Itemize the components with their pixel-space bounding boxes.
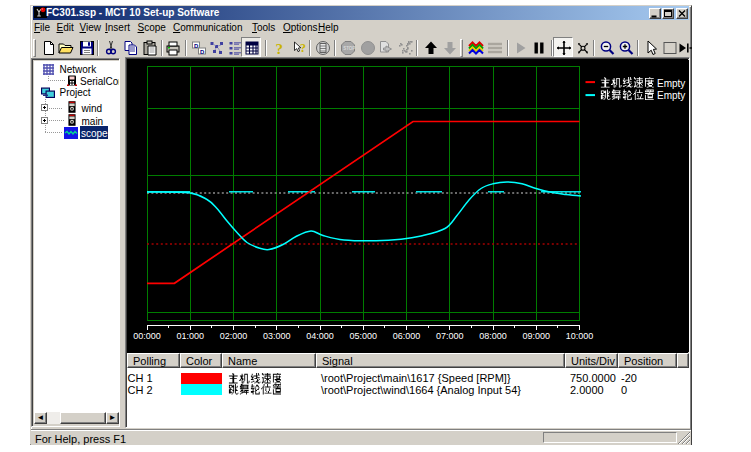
svg-text:STOP: STOP xyxy=(343,46,355,51)
svg-text:02:000: 02:000 xyxy=(220,331,248,341)
svg-text:05:000: 05:000 xyxy=(349,331,377,341)
svg-text:00:000: 00:000 xyxy=(133,331,161,341)
svg-text:09:000: 09:000 xyxy=(522,331,550,341)
svg-text:07:000: 07:000 xyxy=(436,331,464,341)
svg-text:?: ? xyxy=(276,41,284,56)
svg-text:08:000: 08:000 xyxy=(479,331,507,341)
svg-text:01:000: 01:000 xyxy=(176,331,204,341)
svg-text:03:000: 03:000 xyxy=(263,331,291,341)
svg-text:04:000: 04:000 xyxy=(306,331,334,341)
svg-text:Empty: Empty xyxy=(657,90,685,101)
svg-text:10:000: 10:000 xyxy=(566,331,594,341)
svg-text:?: ? xyxy=(300,41,306,55)
svg-text:Empty: Empty xyxy=(657,78,685,89)
svg-text:D: D xyxy=(200,49,205,55)
svg-text:06:000: 06:000 xyxy=(393,331,421,341)
